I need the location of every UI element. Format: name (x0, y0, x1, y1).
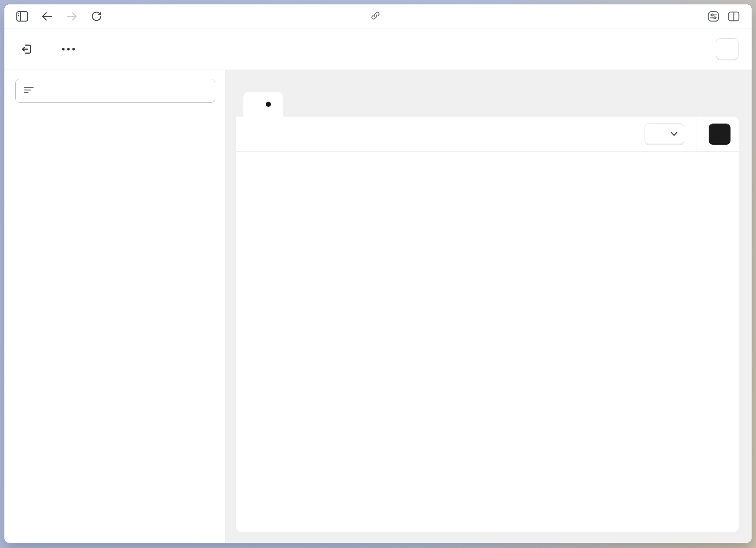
browser-toolbar (4, 4, 752, 28)
tab-theme-liquid[interactable] (243, 92, 283, 117)
editor-panel (226, 70, 752, 543)
address-bar[interactable] (370, 4, 386, 28)
preview-store-button[interactable] (716, 38, 739, 60)
screen (0, 0, 756, 548)
app-header (4, 28, 752, 70)
horizontal-dots-icon[interactable] (58, 42, 79, 56)
file-search[interactable] (15, 79, 215, 103)
link-icon (370, 11, 381, 22)
exit-icon[interactable] (17, 40, 36, 59)
back-button[interactable] (39, 8, 55, 25)
editor-card-header (236, 117, 739, 152)
format-liquid-button[interactable] (645, 124, 664, 145)
split-view-icon[interactable] (725, 8, 742, 25)
code-editor[interactable] (236, 152, 739, 532)
unsaved-dot (266, 102, 271, 107)
file-sidebar (4, 70, 226, 543)
chevron-down-icon (670, 132, 678, 136)
reload-button[interactable] (88, 8, 105, 25)
sidebar-toggle-icon[interactable] (14, 8, 31, 25)
page-settings-icon[interactable] (705, 8, 722, 25)
forward-button[interactable] (63, 8, 80, 25)
search-input[interactable] (40, 86, 207, 96)
browser-window (4, 4, 752, 543)
save-button[interactable] (709, 124, 731, 145)
editor-card (236, 117, 739, 532)
format-liquid-split-button (645, 123, 684, 145)
filter-icon (24, 86, 34, 95)
format-options-dropdown[interactable] (664, 124, 684, 145)
header-divider (697, 117, 697, 151)
